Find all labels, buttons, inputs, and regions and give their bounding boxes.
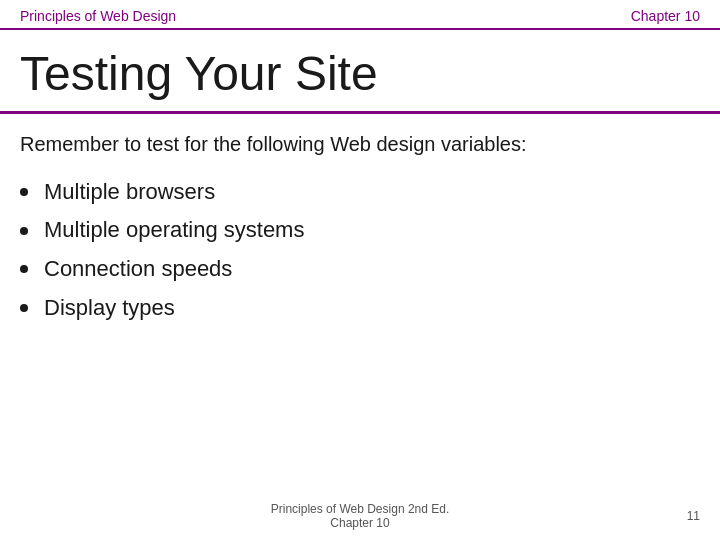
title-section: Testing Your Site [0, 30, 720, 114]
bullet-text: Connection speeds [44, 255, 232, 284]
footer-page-number: 11 [687, 509, 700, 523]
bullet-icon [20, 304, 28, 312]
intro-text: Remember to test for the following Web d… [20, 130, 700, 158]
list-item: Multiple browsers [20, 178, 700, 207]
header-left-label: Principles of Web Design [20, 8, 176, 24]
content-section: Remember to test for the following Web d… [0, 130, 720, 322]
slide-container: Principles of Web Design Chapter 10 Test… [0, 0, 720, 540]
slide-footer: Principles of Web Design 2nd Ed.Chapter … [0, 502, 720, 530]
bullet-text: Multiple browsers [44, 178, 215, 207]
list-item: Display types [20, 294, 700, 323]
bullet-icon [20, 265, 28, 273]
bullet-icon [20, 188, 28, 196]
bullet-list: Multiple browsersMultiple operating syst… [20, 178, 700, 322]
bullet-icon [20, 227, 28, 235]
list-item: Multiple operating systems [20, 216, 700, 245]
bullet-text: Display types [44, 294, 175, 323]
list-item: Connection speeds [20, 255, 700, 284]
slide-title: Testing Your Site [20, 48, 700, 101]
bullet-text: Multiple operating systems [44, 216, 304, 245]
slide-header: Principles of Web Design Chapter 10 [0, 0, 720, 30]
header-right-label: Chapter 10 [631, 8, 700, 24]
footer-center-text: Principles of Web Design 2nd Ed.Chapter … [271, 502, 450, 530]
